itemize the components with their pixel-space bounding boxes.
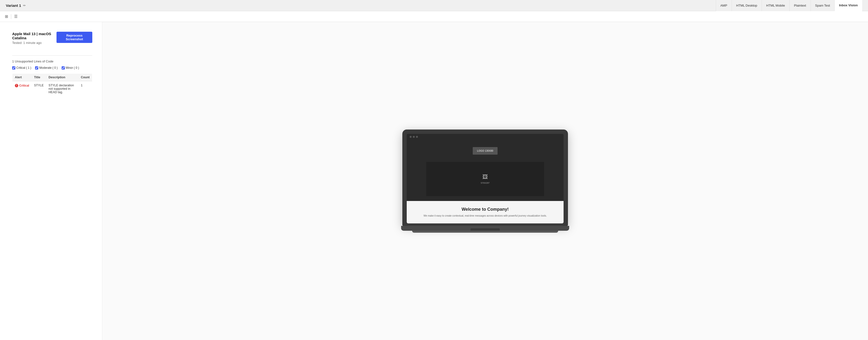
col-alert: Alert	[12, 74, 32, 81]
header-nav: AMP HTML Desktop HTML Mobile Plaintext S…	[716, 0, 862, 11]
filter-critical-checkbox[interactable]	[12, 66, 16, 69]
email-client-name: Apple Mail 13 | macOS Catalina	[12, 32, 57, 40]
tab-html-mobile[interactable]: HTML Mobile	[762, 0, 789, 11]
email-image-area: 🖼 570X297	[426, 162, 544, 196]
filter-moderate[interactable]: Moderate ( 0 )	[35, 66, 58, 69]
tested-time: Tested: 1 minute ago	[12, 41, 57, 45]
dot-3	[416, 136, 418, 138]
header: Variant 1 ✏ AMP HTML Desktop HTML Mobile…	[0, 0, 868, 11]
separator-1	[12, 55, 92, 56]
tab-html-desktop[interactable]: HTML Desktop	[732, 0, 762, 11]
count-cell: 1	[79, 81, 92, 96]
email-welcome-title: Welcome to Company!	[416, 207, 554, 212]
toolbar: ⊞ ☰	[0, 11, 868, 22]
critical-label: Critical	[19, 84, 29, 87]
title-cell: STYLE	[32, 81, 46, 96]
image-placeholder-icon: 🖼	[483, 174, 488, 180]
laptop-screen-bezel: LOGO 130X80 🖼 570X297 Welcome to Company…	[407, 134, 564, 223]
laptop-foot	[412, 231, 558, 233]
filter-minor-checkbox[interactable]	[62, 66, 65, 69]
unsupported-heading: 1 Unsupported Lines of Code	[12, 59, 92, 63]
col-title: Title	[32, 74, 46, 81]
email-client-info: Apple Mail 13 | macOS Catalina Tested: 1…	[12, 32, 57, 51]
dot-2	[413, 136, 415, 138]
image-size-label: 570X297	[481, 182, 490, 184]
filter-moderate-checkbox[interactable]	[35, 66, 38, 69]
dot-1	[410, 136, 412, 138]
laptop-body: LOGO 130X80 🖼 570X297 Welcome to Company…	[402, 130, 568, 226]
email-client-info-row: Apple Mail 13 | macOS Catalina Tested: 1…	[12, 32, 92, 51]
laptop-notch	[470, 228, 500, 231]
filter-critical[interactable]: Critical ( 1 )	[12, 66, 31, 69]
filter-moderate-label: Moderate ( 0 )	[39, 66, 58, 69]
email-logo-area: LOGO 130X80	[407, 140, 564, 162]
description-cell: STYLE declaration not supported in HEAD …	[46, 81, 79, 96]
variant-title: Variant 1	[6, 3, 21, 7]
email-preview: LOGO 130X80 🖼 570X297 Welcome to Company…	[407, 134, 564, 223]
list-view-icon[interactable]: ☰	[14, 14, 18, 19]
email-welcome-text: We make it easy to create contextual, re…	[416, 214, 554, 218]
email-image-wrapper: 🖼 570X297	[407, 162, 564, 201]
tab-inbox-vision[interactable]: Inbox Vision	[834, 0, 862, 11]
grid-view-icon[interactable]: ⊞	[5, 14, 8, 19]
laptop-base	[401, 226, 569, 231]
filter-row: Critical ( 1 ) Moderate ( 0 ) Minor ( 0 …	[12, 66, 92, 69]
critical-badge: ! Critical	[15, 84, 29, 87]
tab-amp[interactable]: AMP	[716, 0, 732, 11]
logo-placeholder: LOGO 130X80	[473, 147, 498, 154]
right-panel: LOGO 130X80 🖼 570X297 Welcome to Company…	[102, 22, 868, 340]
tab-plaintext[interactable]: Plaintext	[789, 0, 810, 11]
laptop-preview: LOGO 130X80 🖼 570X297 Welcome to Company…	[402, 130, 568, 233]
col-count: Count	[79, 74, 92, 81]
alert-table: Alert Title Description Count ! Critical…	[12, 74, 92, 96]
alert-table-header: Alert Title Description Count	[12, 74, 92, 81]
alert-type-cell: ! Critical	[12, 81, 32, 96]
filter-minor[interactable]: Minor ( 0 )	[62, 66, 79, 69]
tab-spam-test[interactable]: Spam Test	[810, 0, 834, 11]
laptop-screen-content: LOGO 130X80 🖼 570X297 Welcome to Company…	[407, 134, 564, 223]
main-content: Apple Mail 13 | macOS Catalina Tested: 1…	[0, 22, 868, 340]
left-panel: Apple Mail 13 | macOS Catalina Tested: 1…	[0, 22, 102, 340]
header-left: Variant 1 ✏	[6, 3, 26, 7]
email-text-area: Welcome to Company! We make it easy to c…	[407, 201, 564, 223]
edit-icon[interactable]: ✏	[23, 4, 26, 7]
email-top-bar	[407, 134, 564, 140]
table-row: ! Critical STYLE STYLE declaration not s…	[12, 81, 92, 96]
col-description: Description	[46, 74, 79, 81]
reprocess-screenshot-button[interactable]: Reprocess Screenshot	[57, 32, 92, 43]
filter-critical-label: Critical ( 1 )	[16, 66, 31, 69]
critical-icon: !	[15, 84, 18, 87]
filter-minor-label: Minor ( 0 )	[66, 66, 79, 69]
